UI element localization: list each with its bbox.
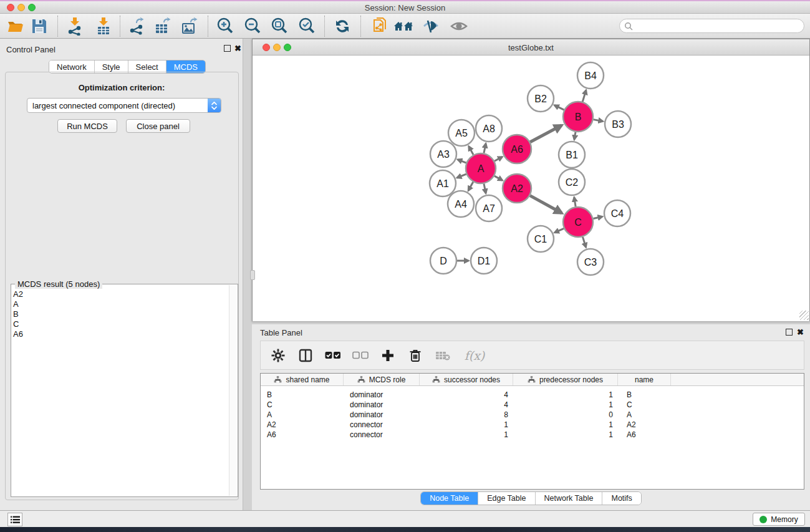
scrollbar-track[interactable] bbox=[229, 285, 237, 496]
window-title: Session: New Session bbox=[0, 3, 810, 12]
table-row[interactable]: A6 connector 1 1 A6 bbox=[261, 430, 804, 440]
node-table[interactable]: shared name MCDS role successor nodes pr… bbox=[260, 373, 804, 490]
splitter-handle[interactable] bbox=[250, 270, 255, 280]
graph-edge[interactable] bbox=[469, 147, 473, 155]
tab-mcds[interactable]: MCDS bbox=[166, 60, 205, 73]
close-panel-icon[interactable]: ✖ bbox=[234, 45, 241, 52]
toolbar-separator bbox=[120, 16, 120, 37]
graph-edge[interactable] bbox=[468, 182, 473, 191]
graph-edge[interactable] bbox=[582, 237, 586, 248]
mcds-result-list[interactable]: A2 A B C A6 bbox=[13, 289, 228, 495]
graph-node-label: D bbox=[440, 256, 447, 266]
function-builder-icon[interactable]: f(x) bbox=[460, 346, 489, 365]
mcds-result-box: MCDS result (5 nodes) A2 A B C A6 bbox=[11, 284, 238, 497]
tab-node-table[interactable]: Node Table bbox=[421, 492, 478, 505]
graph-node-label: A2 bbox=[511, 183, 523, 194]
list-item[interactable]: A6 bbox=[13, 329, 228, 339]
search-icon bbox=[624, 22, 633, 31]
session-from-network-icon[interactable] bbox=[369, 15, 392, 37]
tab-network-table[interactable]: Network Table bbox=[536, 492, 603, 505]
column-manager-icon[interactable] bbox=[296, 346, 316, 365]
graph-edge[interactable] bbox=[593, 216, 602, 218]
task-history-button[interactable] bbox=[7, 513, 22, 526]
graph-edge[interactable] bbox=[484, 143, 486, 153]
graph-edge[interactable] bbox=[458, 160, 466, 163]
graph-node-label: C3 bbox=[584, 257, 597, 268]
toolbar-separator bbox=[57, 16, 58, 37]
column-header[interactable]: shared name bbox=[261, 374, 344, 385]
graph-edge[interactable] bbox=[594, 120, 603, 122]
table-row[interactable]: C dominator 4 1 C bbox=[261, 400, 804, 410]
graph-edge[interactable] bbox=[494, 176, 503, 180]
table-row[interactable]: B dominator 4 1 B bbox=[261, 390, 804, 400]
search-field[interactable] bbox=[619, 19, 804, 33]
zoom-selected-icon[interactable] bbox=[296, 15, 318, 37]
list-item[interactable]: C bbox=[13, 319, 228, 329]
zoom-in-icon[interactable] bbox=[214, 15, 236, 37]
list-item[interactable]: A2 bbox=[13, 289, 228, 299]
criterion-dropdown[interactable]: largest connected component (directed) bbox=[27, 98, 221, 113]
tab-motifs[interactable]: Motifs bbox=[602, 492, 640, 505]
optimization-criterion-label: Optimization criterion: bbox=[0, 83, 243, 92]
resize-grip-icon[interactable] bbox=[799, 311, 809, 320]
list-item[interactable]: A bbox=[13, 299, 228, 309]
graph-edge[interactable] bbox=[554, 105, 564, 110]
table-row[interactable]: A dominator 8 0 A bbox=[261, 410, 804, 420]
run-mcds-button[interactable]: Run MCDS bbox=[57, 119, 117, 133]
table-row[interactable]: A2 connector 1 1 A2 bbox=[261, 420, 804, 430]
graph-edge[interactable] bbox=[457, 174, 466, 178]
main-toolbar bbox=[0, 14, 810, 39]
hide-graphics-icon[interactable] bbox=[420, 15, 442, 37]
column-header[interactable]: predecessor nodes bbox=[513, 374, 618, 385]
column-header[interactable]: MCDS role bbox=[344, 374, 420, 385]
open-session-icon[interactable] bbox=[4, 15, 27, 37]
close-panel-icon[interactable]: ✖ bbox=[797, 329, 804, 336]
network-graph[interactable]: B4B2BB3A8A5A6A3B1AC2A1A2A4A7C4CC1C3DD1 bbox=[253, 56, 809, 321]
tab-edge-table[interactable]: Edge Table bbox=[478, 492, 535, 505]
tab-network[interactable]: Network bbox=[49, 60, 95, 73]
graph-edge[interactable] bbox=[554, 228, 564, 233]
list-icon bbox=[11, 516, 20, 524]
settings-gear-icon[interactable] bbox=[268, 346, 288, 365]
export-image-icon[interactable] bbox=[178, 15, 201, 37]
export-network-icon[interactable] bbox=[125, 15, 148, 37]
graph-edge[interactable] bbox=[494, 157, 502, 162]
graph-edge[interactable] bbox=[484, 183, 486, 193]
export-table-icon[interactable] bbox=[152, 15, 174, 37]
column-header[interactable]: name bbox=[618, 374, 671, 385]
refresh-icon[interactable] bbox=[331, 15, 354, 37]
graph-node-label: D1 bbox=[478, 256, 491, 266]
graph-edge[interactable] bbox=[530, 196, 562, 213]
home-icon[interactable] bbox=[392, 15, 415, 37]
zoom-fit-icon[interactable] bbox=[268, 15, 291, 37]
show-graphics-icon[interactable] bbox=[448, 15, 470, 37]
import-table-icon[interactable] bbox=[92, 15, 115, 37]
zoom-out-icon[interactable] bbox=[241, 15, 264, 37]
add-column-icon[interactable] bbox=[378, 346, 398, 365]
graph-node-label: A4 bbox=[455, 199, 467, 210]
table-header-row: shared name MCDS role successor nodes pr… bbox=[261, 374, 804, 386]
network-window-titlebar[interactable]: testGlobe.txt bbox=[253, 39, 809, 56]
control-panel-title: Control Panel bbox=[6, 45, 55, 54]
graph-edge[interactable] bbox=[582, 90, 586, 102]
tab-style[interactable]: Style bbox=[95, 60, 128, 73]
float-panel-icon[interactable] bbox=[786, 329, 793, 336]
save-session-icon[interactable] bbox=[28, 15, 51, 37]
delete-table-icon[interactable] bbox=[433, 346, 453, 365]
graph-edge[interactable] bbox=[574, 132, 576, 140]
delete-column-icon[interactable] bbox=[405, 346, 425, 365]
tab-select[interactable]: Select bbox=[128, 60, 166, 73]
float-panel-icon[interactable] bbox=[224, 45, 231, 52]
memory-button[interactable]: Memory bbox=[753, 513, 805, 526]
network-canvas[interactable]: B4B2BB3A8A5A6A3B1AC2A1A2A4A7C4CC1C3DD1 bbox=[253, 56, 809, 321]
deselect-all-icon[interactable] bbox=[350, 346, 370, 365]
graph-edge[interactable] bbox=[574, 197, 576, 206]
edit-column-icon bbox=[432, 376, 440, 383]
column-header[interactable]: successor nodes bbox=[420, 374, 513, 385]
graph-edge[interactable] bbox=[530, 125, 561, 142]
list-item[interactable]: B bbox=[13, 309, 228, 319]
select-all-icon[interactable] bbox=[323, 346, 343, 365]
close-panel-button[interactable]: Close panel bbox=[126, 119, 190, 133]
search-input[interactable] bbox=[633, 19, 804, 32]
import-network-icon[interactable] bbox=[64, 15, 86, 37]
